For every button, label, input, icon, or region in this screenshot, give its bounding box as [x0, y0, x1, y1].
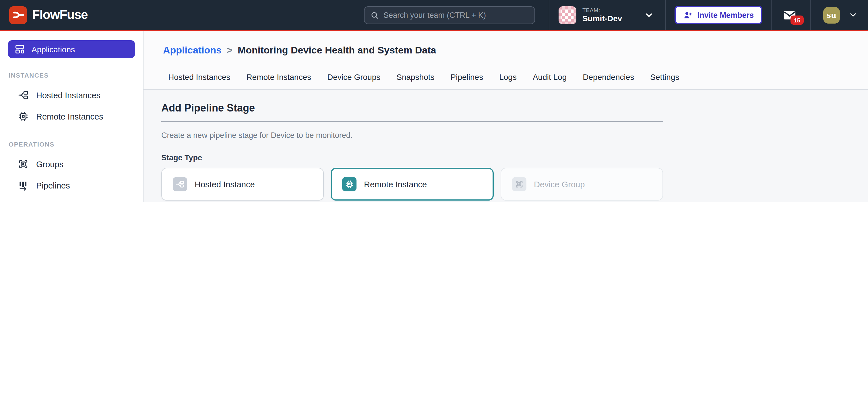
search-input[interactable] — [383, 11, 529, 20]
form-description: Create a new pipeline stage for Device t… — [161, 131, 868, 140]
sidebar-item-hosted-instances[interactable]: Hosted Instances — [0, 85, 143, 106]
page-header: Applications > Monitoring Device Health … — [144, 31, 868, 90]
breadcrumb-applications-link[interactable]: Applications — [163, 45, 222, 56]
stage-type-remote-instance[interactable]: Remote Instance — [331, 168, 494, 201]
sidebar-item-label: Applications — [32, 45, 75, 54]
team-label: TEAM: — [582, 7, 622, 13]
sidebar: Applications INSTANCES Hosted Instances … — [0, 31, 144, 202]
team-search-box[interactable] — [364, 6, 535, 24]
page-title: Monitoring Device Health and System Data — [238, 45, 436, 56]
remote-instance-icon — [342, 177, 356, 191]
chevron-down-icon — [644, 10, 654, 20]
notifications-button[interactable]: 15 — [772, 0, 810, 30]
flowfuse-logo-icon — [9, 6, 27, 24]
sidebar-item-bill-of-materials[interactable]: Bill Of Materials — [0, 196, 143, 202]
stage-type-options: Hosted Instance Remote Instance — [161, 168, 663, 201]
sidebar-item-groups[interactable]: Groups — [0, 153, 143, 175]
team-switcher[interactable]: TEAM: Sumit-Dev — [550, 0, 665, 30]
applications-icon — [14, 44, 25, 55]
tab-device-groups[interactable]: Device Groups — [327, 73, 380, 82]
team-name: Sumit-Dev — [582, 14, 622, 23]
form-title: Add Pipeline Stage — [161, 102, 868, 114]
tab-settings[interactable]: Settings — [650, 73, 679, 82]
invite-members-button[interactable]: Invite Members — [674, 6, 763, 24]
stage-type-device-group: Device Group — [501, 168, 663, 201]
search-icon — [370, 11, 379, 20]
groups-icon — [18, 158, 29, 170]
remote-instances-icon — [18, 111, 29, 122]
person-plus-icon — [683, 10, 693, 20]
sidebar-item-label: Hosted Instances — [36, 90, 100, 100]
tab-audit-log[interactable]: Audit Log — [533, 73, 567, 82]
user-menu[interactable]: su — [811, 0, 868, 30]
sidebar-item-label: Groups — [36, 160, 63, 169]
stage-type-hosted-instance[interactable]: Hosted Instance — [161, 168, 324, 201]
stage-type-option-label: Hosted Instance — [195, 180, 255, 189]
tab-logs[interactable]: Logs — [499, 73, 517, 82]
bill-of-materials-icon — [18, 201, 29, 202]
sidebar-item-label: Pipelines — [36, 181, 70, 190]
stage-type-option-label: Device Group — [534, 180, 585, 189]
divider — [161, 121, 663, 122]
sidebar-section-operations: OPERATIONS — [9, 141, 143, 148]
notification-badge: 15 — [790, 16, 804, 25]
tab-dependencies[interactable]: Dependencies — [583, 73, 634, 82]
sidebar-item-remote-instances[interactable]: Remote Instances — [0, 106, 143, 127]
breadcrumb-separator: > — [227, 45, 232, 56]
pipelines-icon — [18, 180, 29, 191]
team-avatar — [559, 6, 577, 24]
page: FlowFuse TEAM: Sumit-Dev — [0, 0, 868, 202]
navbar: FlowFuse TEAM: Sumit-Dev — [0, 0, 868, 31]
stage-type-label: Stage Type — [161, 153, 202, 162]
sidebar-item-pipelines[interactable]: Pipelines — [0, 175, 143, 196]
stage-type-option-label: Remote Instance — [364, 180, 427, 189]
sidebar-section-instances: INSTANCES — [9, 72, 143, 79]
add-pipeline-stage-form: Add Pipeline Stage Create a new pipeline… — [144, 90, 868, 202]
tab-remote-instances[interactable]: Remote Instances — [246, 73, 311, 82]
tab-hosted-instances[interactable]: Hosted Instances — [168, 73, 230, 82]
tab-snapshots[interactable]: Snapshots — [396, 73, 434, 82]
chevron-down-icon — [848, 10, 858, 20]
hosted-instances-icon — [18, 90, 29, 100]
device-group-icon — [512, 177, 526, 191]
tab-bar: Hosted Instances Remote Instances Device… — [168, 73, 868, 89]
user-avatar: su — [823, 7, 840, 23]
sidebar-item-label: Remote Instances — [36, 112, 103, 121]
flowfuse-logo[interactable]: FlowFuse — [9, 6, 88, 24]
main-content: Applications > Monitoring Device Health … — [144, 31, 868, 202]
invite-members-label: Invite Members — [697, 11, 754, 19]
brand-name: FlowFuse — [32, 7, 88, 22]
sidebar-item-applications[interactable]: Applications — [8, 40, 135, 58]
breadcrumb: Applications > Monitoring Device Health … — [163, 45, 868, 56]
tab-pipelines[interactable]: Pipelines — [451, 73, 484, 82]
hosted-instance-icon — [173, 177, 187, 191]
sparkles-icon — [120, 201, 130, 202]
